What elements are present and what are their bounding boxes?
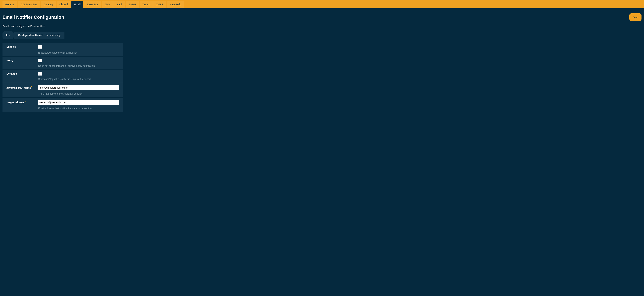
tab-email[interactable]: Email	[72, 1, 84, 8]
tab-slack[interactable]: Slack	[113, 1, 125, 8]
input-jndi[interactable]	[38, 85, 119, 90]
label-target-text: Target Address	[6, 101, 24, 104]
tab-bar: General CDI Event Bus Datadog Discord Em…	[0, 0, 644, 8]
label-target: Target Address*	[2, 100, 38, 104]
checkbox-enabled[interactable]	[38, 45, 42, 48]
label-noisy: Noisy	[2, 59, 38, 62]
config-name-value: server-config	[46, 34, 60, 36]
config-name-block: Configuration Name: server-config	[14, 32, 64, 39]
page-title: Email Notifier Configuration	[2, 14, 64, 20]
label-enabled: Enabled	[2, 45, 38, 48]
save-button[interactable]: Save	[629, 14, 642, 21]
page-subtitle: Enable and configure an Email notifier	[2, 25, 642, 28]
tab-new-relic[interactable]: New Relic	[167, 1, 184, 8]
help-noisy: Does not check threshold, always apply n…	[38, 64, 119, 67]
page-body: Email Notifier Configuration Save Enable…	[0, 8, 644, 115]
label-dynamic: Dynamic	[2, 72, 38, 75]
label-jndi: JavaMail JNDI Name*	[2, 85, 38, 89]
tab-event-bus[interactable]: Event Bus	[84, 1, 101, 8]
row-target: Target Address* Email address that notif…	[2, 98, 123, 112]
tab-xmpp[interactable]: XMPP	[153, 1, 166, 8]
tab-general[interactable]: General	[2, 1, 17, 8]
tab-discord[interactable]: Discord	[56, 1, 71, 8]
tab-datadog[interactable]: Datadog	[41, 1, 56, 8]
row-jndi: JavaMail JNDI Name* The JNDI name of the…	[2, 83, 123, 97]
label-jndi-text: JavaMail JNDI Name	[6, 86, 31, 89]
tab-jms[interactable]: JMS	[102, 1, 113, 8]
help-target: Email address that notifications are to …	[38, 107, 119, 110]
form-panel: Enabled Enables/Disables the Email notif…	[2, 43, 123, 112]
config-name-label: Configuration Name:	[18, 34, 43, 36]
checkbox-dynamic[interactable]: ✓	[38, 72, 42, 76]
help-dynamic: Starts or Stops the Notifier in Payara i…	[38, 78, 119, 80]
title-row: Email Notifier Configuration Save	[2, 11, 642, 21]
input-target[interactable]	[38, 100, 119, 105]
tab-cdi-event-bus[interactable]: CDI Event Bus	[18, 1, 40, 8]
tab-snmp[interactable]: SNMP	[126, 1, 139, 8]
row-dynamic: Dynamic ✓ Starts or Stops the Notifier i…	[2, 70, 123, 83]
checkbox-noisy[interactable]: ✓	[38, 59, 42, 62]
tab-teams[interactable]: Teams	[140, 1, 153, 8]
row-enabled: Enabled Enables/Disables the Email notif…	[2, 43, 123, 56]
required-icon: *	[31, 86, 32, 88]
required-icon: *	[25, 100, 26, 103]
row-noisy: Noisy ✓ Does not check threshold, always…	[2, 56, 123, 70]
help-enabled: Enables/Disables the Email notifier	[38, 51, 119, 54]
help-jndi: The JNDI name of the JavaMail session	[38, 92, 119, 95]
test-button[interactable]: Test	[2, 32, 14, 39]
